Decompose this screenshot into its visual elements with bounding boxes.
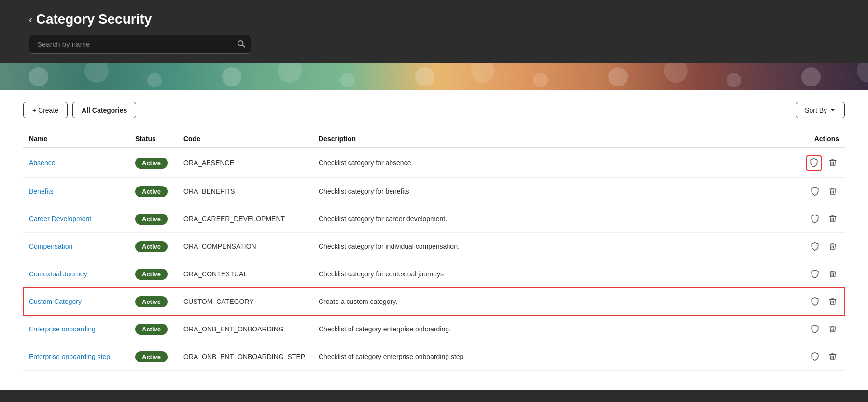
actions-cell	[802, 350, 839, 363]
table-row: Benefits Active ORA_BENEFITS Checklist c…	[23, 178, 845, 205]
cell-description: Checklist category for absence.	[313, 148, 797, 178]
cell-name: Career Development	[23, 205, 129, 233]
delete-icon[interactable]	[826, 295, 839, 308]
cell-description: Checklist of category enterprise onboard…	[313, 343, 797, 371]
cell-status: Active	[129, 178, 178, 205]
cell-code: ORA_CAREER_DEVELOPMENT	[178, 205, 313, 233]
all-categories-button[interactable]: All Categories	[72, 102, 136, 118]
back-arrow[interactable]: ‹	[29, 14, 32, 25]
svg-line-1	[242, 45, 244, 47]
cell-actions	[797, 343, 845, 371]
col-header-code: Code	[178, 130, 313, 148]
status-badge: Active	[135, 186, 168, 197]
cell-status: Active	[129, 260, 178, 288]
status-badge: Active	[135, 351, 168, 362]
cell-name: Enterprise onboarding	[23, 316, 129, 343]
actions-cell	[802, 322, 839, 336]
status-badge: Active	[135, 241, 168, 252]
cell-actions	[797, 233, 845, 260]
table-row: Enterprise onboarding step Active ORA_ON…	[23, 343, 845, 371]
cell-description: Checklist category for contextual journe…	[313, 260, 797, 288]
actions-cell	[802, 185, 839, 198]
delete-icon[interactable]	[826, 323, 839, 335]
actions-cell	[802, 295, 839, 308]
cell-name: Compensation	[23, 233, 129, 260]
status-badge: Active	[135, 269, 168, 280]
search-input[interactable]	[29, 35, 251, 54]
cell-code: ORA_COMPENSATION	[178, 233, 313, 260]
name-link[interactable]: Benefits	[29, 187, 54, 195]
security-icon[interactable]	[808, 350, 822, 363]
table-row: Enterprise onboarding Active ORA_ONB_ENT…	[23, 316, 845, 343]
col-header-actions: Actions	[797, 130, 845, 148]
name-link[interactable]: Career Development	[29, 215, 91, 223]
cell-status: Active	[129, 343, 178, 371]
status-badge: Active	[135, 214, 168, 225]
actions-cell	[802, 212, 839, 226]
security-icon[interactable]	[808, 322, 822, 336]
cell-code: ORA_ABSENCE	[178, 148, 313, 178]
sort-by-label: Sort By	[805, 106, 827, 114]
name-link[interactable]: Absence	[29, 159, 55, 167]
cell-description: Checklist of category enterprise onboard…	[313, 316, 797, 343]
delete-icon[interactable]	[826, 185, 839, 198]
cell-name: Custom Category	[23, 288, 129, 316]
delete-icon[interactable]	[826, 240, 839, 253]
delete-icon[interactable]	[826, 268, 839, 280]
security-icon[interactable]	[808, 185, 822, 198]
security-icon[interactable]	[808, 212, 822, 226]
actions-cell	[802, 267, 839, 281]
cell-status: Active	[129, 316, 178, 343]
cell-status: Active	[129, 148, 178, 178]
cell-actions	[797, 288, 845, 316]
cell-name: Contextual Journey	[23, 260, 129, 288]
delete-icon[interactable]	[826, 350, 839, 363]
name-link[interactable]: Contextual Journey	[29, 270, 87, 278]
name-link[interactable]: Enterprise onboarding	[29, 325, 96, 333]
cell-actions	[797, 205, 845, 233]
col-header-name: Name	[23, 130, 129, 148]
toolbar-left: + Create All Categories	[23, 102, 136, 118]
cell-code: ORA_BENEFITS	[178, 178, 313, 205]
name-link[interactable]: Enterprise onboarding step	[29, 353, 110, 360]
cell-description: Create a custom category.	[313, 288, 797, 316]
cell-description: Checklist category for benefits	[313, 178, 797, 205]
table-header-row: Name Status Code Description Actions	[23, 130, 845, 148]
col-header-status: Status	[129, 130, 178, 148]
cell-actions	[797, 148, 845, 178]
cell-name: Absence	[23, 148, 129, 178]
main-content: + Create All Categories Sort By Name Sta…	[0, 90, 868, 390]
cell-actions	[797, 178, 845, 205]
create-button[interactable]: + Create	[23, 102, 68, 118]
status-badge: Active	[135, 296, 168, 307]
table-row: Career Development Active ORA_CAREER_DEV…	[23, 205, 845, 233]
cell-description: Checklist category for individual compen…	[313, 233, 797, 260]
table-row: Contextual Journey Active ORA_CONTEXTUAL…	[23, 260, 845, 288]
back-nav: ‹ Category Security	[29, 12, 839, 27]
cell-name: Enterprise onboarding step	[23, 343, 129, 371]
name-link[interactable]: Custom Category	[29, 298, 82, 305]
cell-status: Active	[129, 288, 178, 316]
cell-code: ORA_ONB_ENT_ONBOARDING_STEP	[178, 343, 313, 371]
name-link[interactable]: Compensation	[29, 243, 72, 250]
security-icon[interactable]	[808, 295, 822, 308]
delete-icon[interactable]	[826, 213, 839, 225]
security-icon[interactable]	[808, 267, 822, 281]
delete-icon[interactable]	[826, 157, 839, 169]
sort-by-button[interactable]: Sort By	[796, 102, 845, 118]
cell-status: Active	[129, 205, 178, 233]
table-row: Compensation Active ORA_COMPENSATION Che…	[23, 233, 845, 260]
cell-name: Benefits	[23, 178, 129, 205]
cell-code: CUSTOM_CATEGORY	[178, 288, 313, 316]
cell-description: Checklist category for career developmen…	[313, 205, 797, 233]
status-badge: Active	[135, 158, 168, 169]
status-badge: Active	[135, 324, 168, 335]
security-icon[interactable]	[806, 155, 822, 171]
search-icon	[237, 39, 245, 50]
table-row: Absence Active ORA_ABSENCE Checklist cat…	[23, 148, 845, 178]
cell-actions	[797, 316, 845, 343]
table-row: Custom Category Active CUSTOM_CATEGORY C…	[23, 288, 845, 316]
actions-cell	[802, 240, 839, 253]
toolbar: + Create All Categories Sort By	[23, 102, 845, 118]
security-icon[interactable]	[808, 240, 822, 253]
